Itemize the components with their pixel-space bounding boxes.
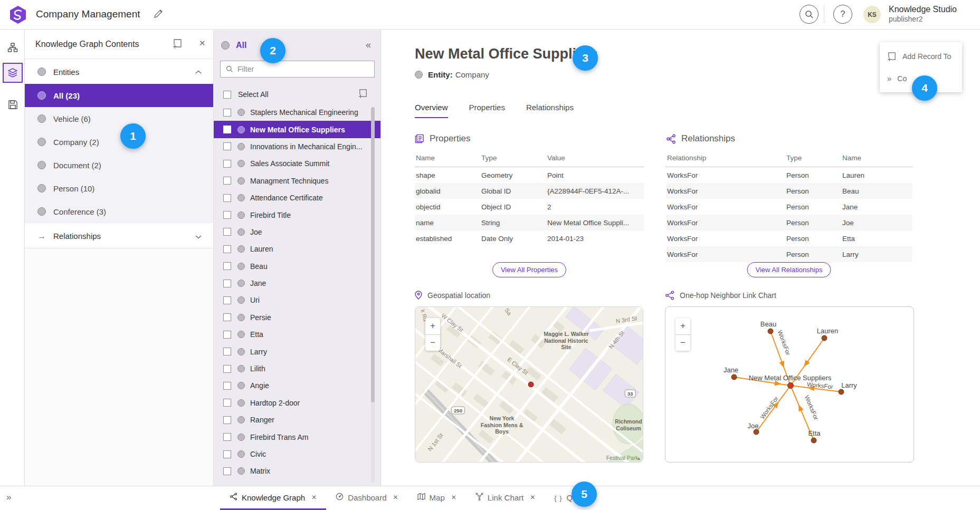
item-checkbox[interactable] [223,228,231,236]
chevron-down-icon[interactable] [195,232,202,240]
entity-type-item[interactable]: Conference (3) [25,200,213,223]
view-all-properties-button[interactable]: View All Properties [492,262,566,277]
close-tab-icon[interactable]: ✕ [530,494,535,501]
list-item[interactable]: Firebird Trans Am [214,428,380,445]
close-tab-icon[interactable]: ✕ [311,494,317,501]
list-item[interactable]: Firebird Title [214,206,380,223]
edge-Joe[interactable] [756,386,791,432]
list-item[interactable]: Lauren [214,240,380,257]
add-record-icon[interactable] [173,39,183,51]
list-item[interactable]: Managment Techniques [214,172,380,189]
avatar[interactable]: KS [863,6,881,23]
list-item[interactable]: Etta [214,326,380,343]
list-item[interactable]: Civic [214,446,380,463]
table-cell[interactable]: WorksFor [666,199,785,215]
item-checkbox[interactable] [223,194,231,202]
table-cell[interactable]: WorksFor [666,215,785,230]
item-checkbox[interactable] [223,450,231,458]
tab-properties[interactable]: Properties [469,103,505,118]
expand-panel-icon[interactable]: » [6,492,11,503]
scrollbar-track[interactable] [371,107,375,483]
node-Etta[interactable] [811,438,816,443]
select-all-checkbox[interactable] [223,91,231,99]
item-checkbox[interactable] [223,313,231,321]
relationships-group-header[interactable]: → Relationships [25,224,213,248]
node-Joe[interactable] [754,429,759,435]
item-checkbox[interactable] [223,296,231,304]
geospatial-map[interactable]: k RdSaW Clay StW Marshall StE Clay StN 3… [415,306,643,463]
table-cell[interactable]: Larry [841,246,912,262]
entity-type-item[interactable]: Company (2) [25,130,213,153]
item-checkbox[interactable] [223,399,231,407]
item-checkbox[interactable] [223,365,231,373]
zoom-out-button[interactable]: − [675,335,690,351]
item-checkbox[interactable] [223,348,231,355]
item-checkbox[interactable] [223,126,231,133]
zoom-in-button[interactable]: + [675,318,690,335]
menu-item-add-record-to[interactable]: Add Record To [880,45,962,68]
list-item[interactable]: Sales Associate Summit [214,155,380,172]
table-cell[interactable]: Jane [841,199,912,215]
item-checkbox[interactable] [223,467,231,475]
table-cell[interactable]: WorksFor [666,230,785,246]
item-checkbox[interactable] [223,211,231,219]
node-Lauren[interactable] [822,335,827,341]
list-item[interactable]: Persie [214,309,380,326]
data-model-icon[interactable] [3,37,23,57]
list-item[interactable]: Innovations in Mechanical Engin... [214,138,380,155]
table-cell[interactable]: WorksFor [666,167,785,184]
zoom-in-button[interactable]: + [425,318,440,335]
close-panel-icon[interactable]: ✕ [199,39,206,48]
item-checkbox[interactable] [223,109,231,117]
table-cell[interactable]: Etta [841,230,912,246]
entity-type-item[interactable]: Vehicle (6) [25,107,213,130]
table-cell[interactable]: Beau [841,183,912,199]
close-tab-icon[interactable]: ✕ [451,494,456,501]
item-checkbox[interactable] [223,245,231,253]
entity-type-item[interactable]: Person (10) [25,177,213,200]
tab-overview[interactable]: Overview [415,103,448,118]
contents-layers-icon[interactable] [3,63,23,83]
add-record-icon[interactable] [358,89,368,100]
view-tab-map[interactable]: Map✕ [408,486,466,510]
zoom-out-button[interactable]: − [425,335,440,351]
search-icon[interactable] [800,5,819,24]
save-icon[interactable] [3,94,23,114]
item-checkbox[interactable] [223,177,231,185]
collapse-panel-icon[interactable]: « [366,40,371,51]
table-cell[interactable]: WorksFor [666,183,785,199]
record-location-marker[interactable] [528,382,534,388]
list-item[interactable]: Uri [214,292,380,309]
table-cell[interactable]: Lauren [841,167,912,184]
view-tab-link-chart[interactable]: Link Chart✕ [466,486,545,510]
node-Jane[interactable] [731,374,737,380]
edit-title-icon[interactable] [153,8,164,19]
list-item[interactable]: Angie [214,377,380,394]
view-all-relationships-button[interactable]: View All Relationships [747,262,831,277]
scrollbar-thumb[interactable] [371,107,375,402]
item-checkbox[interactable] [223,433,231,441]
entity-type-item[interactable]: All (23) [25,84,213,107]
node-New Metal Office Suppliers[interactable] [788,383,794,389]
chevron-up-icon[interactable] [195,67,202,76]
list-item[interactable]: Attendance Certificate [214,189,380,206]
table-cell[interactable]: Joe [841,215,912,230]
list-item[interactable]: New Metal Office Suppliers [214,121,380,138]
help-icon[interactable]: ? [833,5,852,24]
item-checkbox[interactable] [223,280,231,287]
list-item[interactable]: Beau [214,258,380,275]
entity-type-item[interactable]: Document (2) [25,153,213,177]
list-item[interactable]: Larry [214,343,380,360]
item-checkbox[interactable] [223,331,231,339]
entities-group-header[interactable]: Entities [25,60,213,84]
list-item[interactable]: Staplers Mechanical Engineering [214,104,380,121]
view-tab-dashboard[interactable]: Dashboard✕ [326,486,407,510]
node-Beau[interactable] [768,329,773,334]
item-checkbox[interactable] [223,160,231,168]
list-item[interactable]: Joe [214,224,380,240]
item-checkbox[interactable] [223,142,231,150]
list-item[interactable]: Jane [214,275,380,292]
map-attribution-chevron-icon[interactable]: ▲ [636,456,641,461]
table-cell[interactable]: WorksFor [666,246,785,262]
list-item[interactable]: Lilith [214,360,380,377]
